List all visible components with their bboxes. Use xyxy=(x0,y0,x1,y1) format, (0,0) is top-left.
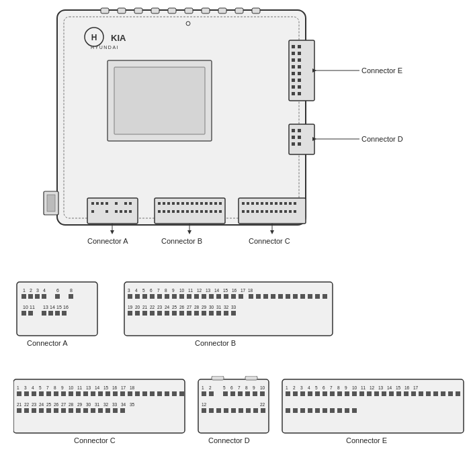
svg-rect-254 xyxy=(83,391,88,396)
svg-rect-149 xyxy=(42,311,46,316)
svg-rect-223 xyxy=(202,311,206,316)
svg-text:7: 7 xyxy=(330,385,333,390)
connector-detail-bottom: 1 3 4 5 7 8 9 10 11 13 14 15 16 17 18 xyxy=(13,376,470,470)
svg-rect-294 xyxy=(98,408,103,413)
svg-rect-94 xyxy=(214,210,217,213)
svg-rect-6 xyxy=(168,8,176,13)
svg-rect-43 xyxy=(292,142,295,146)
svg-rect-11 xyxy=(252,8,260,13)
svg-rect-23 xyxy=(292,52,295,55)
svg-text:H: H xyxy=(91,33,97,42)
svg-rect-371 xyxy=(456,391,460,396)
svg-rect-327 xyxy=(253,408,258,413)
svg-rect-9 xyxy=(218,8,226,13)
svg-rect-58 xyxy=(129,202,132,205)
svg-text:9: 9 xyxy=(253,385,255,390)
svg-text:7: 7 xyxy=(46,385,49,390)
svg-rect-286 xyxy=(39,408,44,413)
svg-text:13: 13 xyxy=(43,305,48,310)
svg-rect-180 xyxy=(194,294,199,299)
svg-rect-72 xyxy=(177,202,179,205)
svg-rect-147 xyxy=(22,311,26,316)
svg-rect-252 xyxy=(69,391,73,396)
svg-rect-185 xyxy=(231,294,236,299)
svg-rect-74 xyxy=(186,202,189,205)
svg-rect-295 xyxy=(105,408,110,413)
svg-text:14: 14 xyxy=(50,305,55,310)
svg-rect-224 xyxy=(209,311,214,316)
svg-rect-40 xyxy=(298,129,301,132)
svg-rect-380 xyxy=(345,408,349,413)
svg-text:Connector E: Connector E xyxy=(346,436,387,444)
svg-rect-263 xyxy=(150,391,155,396)
svg-rect-213 xyxy=(128,311,132,316)
svg-rect-217 xyxy=(157,311,162,316)
svg-rect-290 xyxy=(69,408,73,413)
svg-text:24: 24 xyxy=(39,402,44,407)
svg-rect-38 xyxy=(289,124,314,154)
svg-rect-359 xyxy=(367,391,372,396)
svg-rect-115 xyxy=(261,210,263,213)
svg-rect-222 xyxy=(194,311,199,316)
svg-rect-52 xyxy=(91,202,94,205)
svg-rect-373 xyxy=(293,408,298,413)
svg-rect-88 xyxy=(186,210,189,213)
svg-rect-31 xyxy=(298,52,301,55)
svg-text:9: 9 xyxy=(61,385,64,390)
svg-rect-283 xyxy=(17,408,22,413)
svg-rect-172 xyxy=(135,294,140,299)
svg-rect-220 xyxy=(179,311,184,316)
svg-rect-34 xyxy=(298,72,301,75)
svg-text:35: 35 xyxy=(130,402,135,407)
svg-text:6: 6 xyxy=(230,385,233,390)
svg-rect-314 xyxy=(238,391,243,396)
svg-rect-27 xyxy=(292,79,295,82)
svg-text:26: 26 xyxy=(179,305,185,310)
svg-rect-356 xyxy=(345,391,349,396)
svg-rect-116 xyxy=(265,210,268,213)
svg-rect-173 xyxy=(142,294,147,299)
svg-rect-62 xyxy=(120,210,122,213)
svg-text:12: 12 xyxy=(370,385,375,390)
svg-rect-29 xyxy=(292,92,295,95)
svg-rect-216 xyxy=(150,311,155,316)
svg-rect-365 xyxy=(411,391,416,396)
svg-rect-117 xyxy=(270,210,273,213)
svg-rect-328 xyxy=(261,408,265,413)
svg-rect-292 xyxy=(83,408,88,413)
svg-text:31: 31 xyxy=(95,402,100,407)
svg-rect-177 xyxy=(172,294,177,299)
svg-rect-81 xyxy=(219,202,222,205)
svg-rect-259 xyxy=(120,391,125,396)
svg-rect-105 xyxy=(270,202,273,205)
svg-rect-218 xyxy=(165,311,169,316)
svg-text:2: 2 xyxy=(293,385,296,390)
svg-rect-370 xyxy=(448,391,453,396)
svg-rect-135 xyxy=(22,294,26,299)
svg-text:26: 26 xyxy=(54,402,59,407)
svg-rect-374 xyxy=(300,408,305,413)
svg-rect-176 xyxy=(165,294,169,299)
svg-text:29: 29 xyxy=(77,402,83,407)
svg-rect-287 xyxy=(46,408,51,413)
svg-rect-326 xyxy=(246,408,251,413)
svg-rect-99 xyxy=(242,202,245,205)
svg-rect-181 xyxy=(202,294,206,299)
svg-rect-119 xyxy=(280,210,282,213)
svg-rect-102 xyxy=(256,202,259,205)
svg-rect-84 xyxy=(167,210,170,213)
svg-text:33: 33 xyxy=(112,402,118,407)
svg-text:14: 14 xyxy=(214,288,220,293)
svg-text:21: 21 xyxy=(142,305,148,310)
svg-marker-66 xyxy=(110,230,114,234)
svg-rect-35 xyxy=(298,79,301,82)
svg-text:6: 6 xyxy=(150,288,153,293)
svg-text:8: 8 xyxy=(54,385,56,390)
svg-text:21: 21 xyxy=(17,402,22,407)
svg-rect-189 xyxy=(263,294,268,299)
svg-text:6: 6 xyxy=(56,288,59,293)
svg-rect-39 xyxy=(292,129,295,132)
svg-rect-311 xyxy=(209,391,214,396)
svg-rect-114 xyxy=(256,210,259,213)
svg-rect-53 xyxy=(96,202,99,205)
